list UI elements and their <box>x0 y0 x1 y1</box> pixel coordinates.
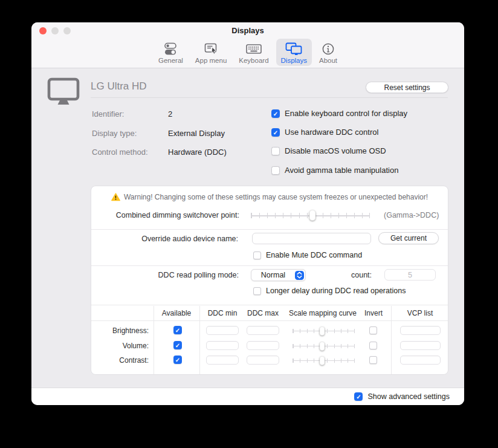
checkbox-mute-ddc[interactable]: Enable Mute DDC command <box>253 251 362 259</box>
volume-curve-slider[interactable] <box>293 341 355 351</box>
tab-app-menu[interactable]: App menu <box>190 39 231 66</box>
checkbox[interactable] <box>253 252 261 259</box>
volume-ddc-min-input[interactable] <box>206 341 239 350</box>
count-input[interactable]: 5 <box>384 269 436 281</box>
volume-available-checkbox[interactable] <box>173 341 182 349</box>
preferences-toolbar: General App menu <box>31 39 464 66</box>
slider-knob[interactable] <box>320 342 325 351</box>
brightness-curve-slider[interactable] <box>293 326 355 336</box>
checkbox-show-advanced[interactable]: Show advanced settings <box>354 392 450 401</box>
warning-row: Warning! Changing some of these settings… <box>91 193 448 201</box>
checkbox-hardware-ddc[interactable]: Use hardware DDC control <box>271 128 378 137</box>
footer-bar: Show advanced settings <box>31 388 464 405</box>
dimming-slider[interactable] <box>251 209 370 221</box>
brightness-vcp-input[interactable] <box>400 326 441 335</box>
column-header-invert: Invert <box>360 309 387 317</box>
slider-knob[interactable] <box>320 356 325 365</box>
volume-vcp-input[interactable] <box>400 341 441 350</box>
control-method-label: Control method: <box>92 148 148 157</box>
divider <box>91 320 448 321</box>
row-label-contrast: Contrast: <box>91 356 149 365</box>
checkbox[interactable] <box>271 147 280 155</box>
checkbox[interactable] <box>253 287 261 295</box>
warning-icon <box>111 193 120 201</box>
menu-cursor-icon <box>203 41 219 56</box>
toggles-icon <box>163 41 178 56</box>
volume-ddc-max-input[interactable] <box>247 341 279 350</box>
display-type-label: Display type: <box>92 129 137 138</box>
displays-window: Displays General <box>31 22 464 405</box>
reset-settings-button[interactable]: Reset settings <box>366 82 448 93</box>
tab-label: About <box>319 57 337 64</box>
checkbox-label: Avoid gamma table manipulation <box>285 166 398 175</box>
checkbox-label: Enable keyboard control for display <box>285 109 407 118</box>
polling-mode-select[interactable]: Normal <box>251 269 306 281</box>
warning-text: Warning! Changing some of these settings… <box>124 193 428 201</box>
column-header-available: Available <box>154 309 199 317</box>
tab-keyboard[interactable]: Keyboard <box>234 39 273 66</box>
tab-label: Keyboard <box>239 57 268 64</box>
contrast-vcp-input[interactable] <box>400 355 441 365</box>
checkbox[interactable] <box>369 326 377 334</box>
control-method-value: Hardware (DDC) <box>168 148 227 157</box>
contrast-ddc-max-input[interactable] <box>247 355 279 365</box>
checkbox[interactable] <box>369 356 377 364</box>
titlebar: Displays General <box>31 22 464 68</box>
polling-mode-label: DDC read polling mode: <box>91 271 239 279</box>
stepper-arrows-icon <box>295 271 304 280</box>
checkbox-label: Use hardware DDC control <box>285 128 378 137</box>
column-divider <box>199 306 200 374</box>
slider-knob[interactable] <box>309 210 316 221</box>
get-current-button[interactable]: Get current <box>378 232 439 244</box>
contrast-curve-slider[interactable] <box>293 355 355 365</box>
tab-general[interactable]: General <box>154 39 188 66</box>
volume-invert-checkbox[interactable] <box>369 342 377 349</box>
brightness-available-checkbox[interactable] <box>173 326 182 334</box>
audio-name-input[interactable] <box>252 233 371 244</box>
checkbox[interactable] <box>271 166 280 175</box>
checkbox[interactable] <box>173 326 182 334</box>
dimming-suffix: (Gamma->DDC) <box>384 211 439 219</box>
window-title: Displays <box>31 26 464 35</box>
monitor-icon <box>47 77 80 108</box>
display-type-value: External Display <box>168 129 225 138</box>
checkbox[interactable] <box>271 109 280 118</box>
tab-label: App menu <box>195 57 227 64</box>
checkbox[interactable] <box>271 128 280 137</box>
checkbox-longer-delay[interactable]: Longer delay during DDC read operations <box>253 287 406 295</box>
advanced-settings-panel: Warning! Changing some of these settings… <box>91 186 448 375</box>
column-header-ddc-max: DDC max <box>244 309 282 317</box>
audio-name-label: Override audio device name: <box>91 235 238 243</box>
checkbox[interactable] <box>369 342 377 349</box>
row-label-brightness: Brightness: <box>91 326 149 335</box>
brightness-invert-checkbox[interactable] <box>369 326 377 334</box>
contrast-invert-checkbox[interactable] <box>369 356 377 364</box>
contrast-available-checkbox[interactable] <box>173 355 182 364</box>
display-name: LG Ultra HD <box>91 80 147 93</box>
tab-about[interactable]: About <box>314 39 342 66</box>
checkbox[interactable] <box>173 355 182 364</box>
selected-option: Normal <box>251 271 295 279</box>
divider <box>91 305 448 305</box>
identifier-value: 2 <box>168 109 172 118</box>
slider-knob[interactable] <box>320 326 325 336</box>
info-icon <box>322 41 335 56</box>
checkbox-label: Show advanced settings <box>367 392 450 401</box>
identifier-label: Identifier: <box>92 109 124 118</box>
column-header-scale-curve: Scale mapping curve <box>285 309 360 317</box>
column-header-vcp-list: VCP list <box>391 309 449 317</box>
checkbox-label: Longer delay during DDC read operations <box>266 287 406 295</box>
checkbox-keyboard-control[interactable]: Enable keyboard control for display <box>271 109 407 118</box>
checkbox-disable-osd[interactable]: Disable macOS volume OSD <box>271 146 386 155</box>
checkbox[interactable] <box>354 392 363 401</box>
column-divider <box>154 306 154 374</box>
brightness-ddc-min-input[interactable] <box>206 326 239 335</box>
brightness-ddc-max-input[interactable] <box>247 326 279 335</box>
checkbox-avoid-gamma[interactable]: Avoid gamma table manipulation <box>271 166 398 175</box>
dimming-label: Combined dimming switchover point: <box>91 211 239 219</box>
contrast-ddc-min-input[interactable] <box>206 355 239 365</box>
checkbox[interactable] <box>173 341 182 349</box>
divider <box>91 97 448 98</box>
displays-icon <box>285 41 303 56</box>
tab-displays[interactable]: Displays <box>276 39 312 66</box>
